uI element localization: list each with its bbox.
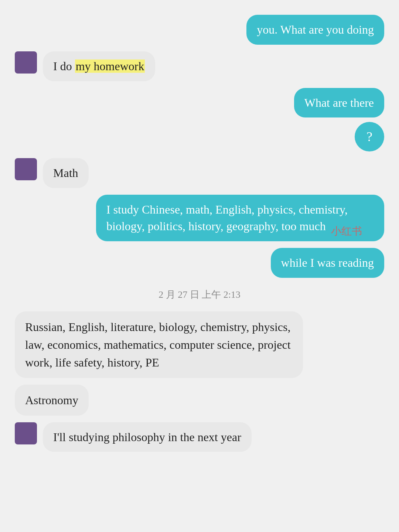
message-row: I do my homework (15, 51, 384, 81)
chat-bubble: I'll studying philosophy in the next yea… (43, 422, 252, 452)
bubble-text: What are there (304, 96, 374, 109)
message-row: you. What are you doing (15, 15, 384, 45)
chat-bubble: Math (43, 158, 89, 188)
bubble-text: while I was reading (281, 256, 374, 269)
message-row: Math (15, 158, 384, 188)
bubble-text: you. What are you doing (257, 23, 374, 36)
bubble-group: I study Chinese, math, English, physics,… (96, 195, 384, 241)
chat-container: you. What are you doing I do my homework… (0, 7, 399, 459)
bubble-text: I'll studying philosophy in the next yea… (53, 430, 241, 444)
chat-bubble-small: ? (355, 122, 384, 151)
chat-bubble: while I was reading (271, 248, 384, 278)
chat-bubble: I study Chinese, math, English, physics,… (96, 195, 384, 241)
bubble-group: while I was reading (271, 248, 384, 278)
chat-bubble: Astronomy (15, 385, 89, 416)
bubble-text: Astronomy (25, 393, 78, 407)
timestamp: 2 月 27 日 上午 2:13 (15, 288, 384, 301)
highlighted-text: my homework (75, 59, 145, 73)
message-row: Astronomy (15, 385, 384, 416)
avatar (15, 158, 37, 180)
bubble-group: you. What are you doing (246, 15, 384, 45)
chat-bubble: you. What are you doing (246, 15, 384, 45)
bubble-text: Russian, English, literature, biology, c… (25, 320, 291, 369)
bubble-text: I study Chinese, math, English, physics,… (106, 203, 348, 233)
message-row: Russian, English, literature, biology, c… (15, 311, 384, 378)
message-row: I study Chinese, math, English, physics,… (15, 195, 384, 241)
avatar (15, 51, 37, 74)
bubble-text: ? (366, 127, 372, 146)
chat-bubble: What are there (294, 88, 384, 118)
bubble-group: What are there ? (294, 88, 384, 152)
bubble-text: Math (53, 166, 78, 180)
chat-bubble: I do my homework (43, 51, 155, 81)
message-row: while I was reading (15, 248, 384, 278)
watermark: 小红书 (331, 224, 362, 238)
message-row: I'll studying philosophy in the next yea… (15, 422, 384, 452)
chat-bubble: Russian, English, literature, biology, c… (15, 311, 303, 378)
message-row: What are there ? (15, 88, 384, 152)
avatar (15, 422, 37, 444)
